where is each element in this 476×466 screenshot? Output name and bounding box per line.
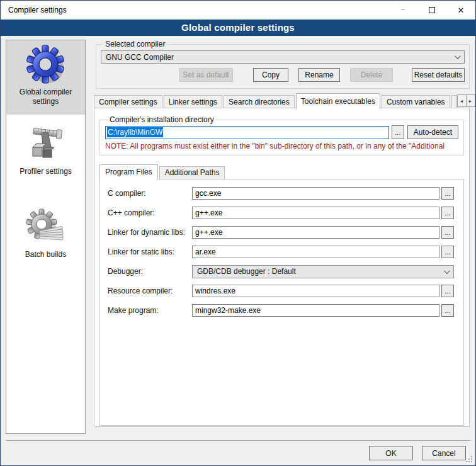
make-program-browse-button[interactable]: ... [441, 304, 454, 317]
executables-subtabstrip: Program Files Additional Paths [99, 164, 464, 179]
window-title: Compiler settings [1, 6, 67, 14]
resource-compiler-input[interactable] [192, 285, 439, 297]
reset-defaults-button[interactable]: Reset defaults [412, 68, 465, 82]
installation-directory-label: Compiler's installation directory [108, 115, 216, 124]
minimize-button[interactable]: – [388, 1, 417, 20]
maximize-icon [429, 7, 435, 13]
make-program-input[interactable] [192, 304, 439, 317]
selected-compiler-group: Selected compiler GNU GCC Compiler Set a… [96, 40, 470, 89]
auto-detect-button[interactable]: Auto-detect [407, 125, 458, 139]
sidebar-item-profiler-settings[interactable]: Profiler settings [6, 120, 85, 186]
debugger-dropdown[interactable]: GDB/CDB debugger : Default [192, 265, 454, 278]
tab-scroll-buttons: ◄ ► [457, 94, 475, 107]
linker-static-input[interactable] [192, 246, 439, 258]
debugger-value: GDB/CDB debugger : Default [197, 267, 444, 276]
installation-directory-selected-text: C:\raylib\MinGW [107, 127, 163, 137]
c-compiler-input[interactable] [192, 187, 439, 200]
resize-grip[interactable] [466, 456, 473, 463]
linker-dynamic-label: Linker for dynamic libs: [108, 228, 192, 237]
resource-compiler-browse-button[interactable]: ... [441, 285, 454, 297]
make-program-label: Make program: [108, 306, 192, 315]
minimize-icon: – [401, 5, 405, 13]
program-files-page: C compiler: ... C++ compiler: ... Linker… [99, 179, 464, 426]
field-row-linker-static: Linker for static libs: ... [108, 245, 454, 259]
set-as-default-button[interactable]: Set as default [179, 68, 233, 82]
field-row-make-program: Make program: ... [108, 304, 454, 317]
cpp-compiler-label: C++ compiler: [108, 208, 192, 217]
cpp-compiler-browse-button[interactable]: ... [441, 207, 454, 219]
caliper-icon [26, 124, 66, 164]
linker-dynamic-input[interactable] [192, 226, 439, 239]
footer-separator [6, 440, 470, 441]
sidebar-item-label: Global compiler settings [6, 88, 85, 106]
debugger-label: Debugger: [108, 267, 192, 276]
compiler-settings-window: Compiler settings – ✕ Global compiler se… [0, 0, 476, 466]
selected-compiler-dropdown[interactable]: GNU GCC Compiler [101, 50, 465, 64]
linker-dynamic-browse-button[interactable]: ... [441, 226, 454, 239]
main-panel: Selected compiler GNU GCC Compiler Set a… [92, 40, 472, 434]
window-controls: – ✕ [388, 1, 475, 20]
rename-button[interactable]: Rename [298, 68, 340, 82]
field-row-resource-compiler: Resource compiler: ... [108, 284, 454, 298]
browse-directory-button[interactable]: ... [392, 125, 404, 139]
cancel-button[interactable]: Cancel [422, 446, 466, 460]
sidebar-item-label: Profiler settings [17, 167, 74, 176]
copy-button[interactable]: Copy [253, 68, 288, 82]
blue-gear-icon [26, 45, 66, 85]
delete-button[interactable]: Delete [350, 68, 393, 82]
gear-stack-icon [26, 207, 66, 247]
tab-toolchain-executables[interactable]: Toolchain executables [296, 93, 380, 109]
subtab-additional-paths[interactable]: Additional Paths [159, 166, 225, 179]
tab-compiler-settings[interactable]: Compiler settings [94, 95, 162, 108]
sidebar-item-batch-builds[interactable]: Batch builds [6, 203, 85, 270]
chevron-down-icon [455, 53, 461, 59]
installation-directory-group: Compiler's installation directory C:\ray… [99, 115, 464, 156]
selected-compiler-group-label: Selected compiler [103, 40, 167, 48]
subtab-program-files[interactable]: Program Files [99, 164, 158, 179]
field-row-linker-dynamic: Linker for dynamic libs: ... [108, 225, 454, 239]
installation-directory-input[interactable]: C:\raylib\MinGW [105, 126, 389, 139]
maximize-button[interactable] [417, 1, 446, 20]
linker-static-browse-button[interactable]: ... [441, 246, 454, 258]
close-button[interactable]: ✕ [446, 1, 475, 20]
field-row-c-compiler: C compiler: ... [108, 186, 454, 200]
tab-scroll-left-button[interactable]: ◄ [457, 94, 467, 107]
selected-compiler-value: GNU GCC Compiler [106, 53, 455, 62]
tab-build-options-clipped[interactable]: Build [451, 95, 457, 108]
arrow-left-icon: ◄ [460, 99, 464, 103]
field-row-cpp-compiler: C++ compiler: ... [108, 206, 454, 220]
c-compiler-browse-button[interactable]: ... [441, 187, 454, 200]
arrow-right-icon: ► [468, 99, 473, 103]
tab-custom-variables[interactable]: Custom variables [382, 95, 450, 108]
toolchain-executables-page: Compiler's installation directory C:\ray… [94, 108, 470, 427]
settings-sidebar: Global compiler settings [6, 40, 86, 434]
close-icon: ✕ [458, 6, 465, 15]
linker-static-label: Linker for static libs: [108, 247, 192, 256]
tab-linker-settings[interactable]: Linker settings [164, 95, 222, 108]
compiler-actions: Set as default Copy Rename Delete Reset … [101, 68, 465, 82]
cpp-compiler-input[interactable] [192, 207, 439, 219]
bin-subdirectory-note: NOTE: All programs must exist either in … [105, 142, 458, 151]
ok-button[interactable]: OK [369, 446, 413, 460]
resource-compiler-label: Resource compiler: [108, 287, 192, 295]
tab-search-directories[interactable]: Search directories [224, 95, 295, 108]
settings-tabstrip: Compiler settings Linker settings Search… [94, 93, 470, 108]
page-title: Global compiler settings [1, 20, 475, 36]
tab-scroll-right-button[interactable]: ► [466, 94, 475, 107]
titlebar: Compiler settings – ✕ [1, 1, 475, 20]
sidebar-item-global-compiler-settings[interactable]: Global compiler settings [6, 40, 85, 115]
sidebar-item-label: Batch builds [23, 250, 69, 259]
chevron-down-icon [444, 268, 450, 274]
field-row-debugger: Debugger: GDB/CDB debugger : Default [108, 264, 454, 278]
c-compiler-label: C compiler: [108, 189, 192, 198]
